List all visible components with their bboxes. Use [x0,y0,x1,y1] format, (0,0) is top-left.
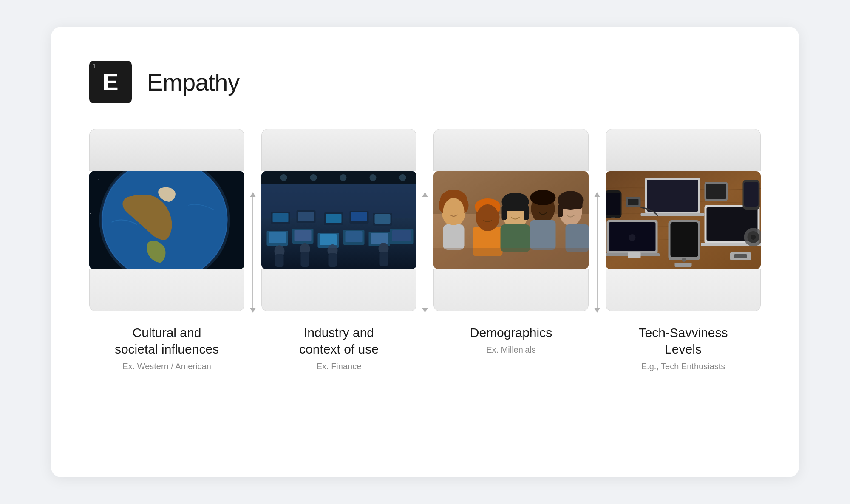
arrow-2 [416,129,434,376]
card-bottom-industry [261,269,416,311]
card-example-tech: E.g., Tech Enthusiasts [638,362,728,371]
card-title-tech: Tech-Savviness Levels [638,324,728,357]
svg-point-44 [340,174,347,181]
page-title: Empathy [147,68,240,96]
logo-badge: 1 E [89,61,132,103]
svg-point-57 [443,198,465,225]
arrow-up-2 [422,192,428,197]
card-top-tech [606,129,761,171]
arrow-line-3 [597,197,598,308]
svg-rect-38 [329,253,337,267]
cards-row: Cultural and societal influences Ex. Wes… [89,129,761,376]
card-top-cultural [89,129,244,171]
svg-rect-40 [380,252,388,266]
arrow-down-3 [594,308,600,313]
label-demographics: Demographics Ex. Millenials [466,311,556,359]
svg-rect-81 [641,213,705,216]
card-demographics: Demographics Ex. Millenials [434,129,589,376]
svg-point-43 [310,174,317,181]
svg-rect-47 [267,231,288,246]
svg-rect-75 [558,204,563,217]
svg-rect-80 [647,180,698,212]
card-example-industry: Ex. Finance [299,362,379,371]
header: 1 E Empathy [89,61,761,103]
card-bottom-demographics [434,269,589,311]
svg-point-3 [235,184,235,184]
card-bottom-cultural [89,269,244,311]
label-industry: Industry and context of use Ex. Finance [295,311,383,376]
svg-point-42 [280,174,287,181]
card-image-tech [606,171,761,269]
svg-rect-66 [502,205,507,220]
card-title-cultural: Cultural and societal influences [115,324,219,357]
svg-rect-22 [392,230,411,241]
card-image-cultural [89,171,244,269]
badge-number: 1 [93,63,96,69]
svg-rect-104 [734,254,747,258]
svg-rect-94 [611,217,615,218]
svg-rect-30 [351,212,367,221]
card-industry: Industry and context of use Ex. Finance [261,129,416,376]
card-cultural: Cultural and societal influences Ex. Wes… [89,129,244,376]
svg-rect-18 [346,231,363,242]
svg-rect-32 [375,214,391,224]
svg-rect-26 [298,212,314,221]
svg-rect-93 [606,193,620,215]
svg-rect-101 [628,252,641,258]
card-example-cultural: Ex. Western / American [115,362,219,371]
svg-rect-77 [434,248,589,269]
card-bottom-tech [606,269,761,311]
svg-rect-67 [524,205,529,220]
arrow-3 [589,129,606,376]
svg-point-45 [370,174,377,181]
arrow-up-1 [250,192,256,197]
svg-point-85 [629,234,636,241]
svg-rect-34 [275,254,284,267]
svg-rect-56 [443,224,465,250]
arrow-down-2 [422,308,428,313]
card-top-demographics [434,129,589,171]
badge-letter: E [102,70,118,94]
svg-rect-48 [318,233,339,248]
svg-point-91 [682,258,686,262]
card-image-demographics [434,171,589,269]
arrow-line-1 [252,197,253,308]
svg-rect-96 [744,182,759,207]
arrow-line-2 [425,197,425,308]
card-image-industry [261,171,416,269]
svg-point-70 [530,190,556,205]
page-container: 1 E Empathy [51,27,799,477]
svg-rect-100 [706,184,726,199]
svg-rect-20 [371,233,388,244]
svg-rect-102 [675,263,692,267]
label-cultural: Cultural and societal influences Ex. Wes… [110,311,223,376]
svg-point-1 [99,179,99,180]
card-title-industry: Industry and context of use [299,324,379,357]
svg-rect-14 [295,230,312,241]
svg-rect-98 [628,199,639,205]
label-tech: Tech-Savviness Levels E.g., Tech Enthusi… [634,311,732,376]
svg-point-5 [90,213,91,214]
svg-rect-24 [273,213,289,222]
svg-rect-36 [301,252,309,267]
arrow-1 [244,129,261,376]
earth-image [89,171,244,269]
card-tech: Tech-Savviness Levels E.g., Tech Enthusi… [606,129,761,376]
svg-point-107 [751,235,756,240]
arrow-down-1 [250,308,256,313]
card-top-industry [261,129,416,171]
svg-point-62 [477,204,499,230]
card-example-demographics: Ex. Millenials [470,345,552,355]
card-title-demographics: Demographics [470,324,552,341]
arrow-up-3 [594,192,600,197]
svg-point-46 [400,174,406,181]
svg-rect-71 [530,220,556,250]
svg-rect-28 [326,214,342,223]
svg-rect-90 [671,222,698,257]
